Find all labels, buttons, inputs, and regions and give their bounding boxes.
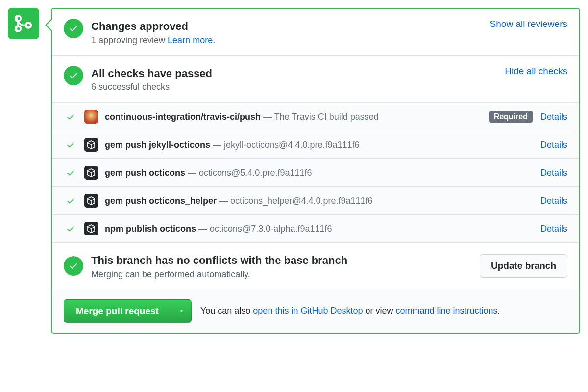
travis-icon [84,110,98,124]
check-description: — The Travis CI build passed [261,112,379,122]
check-text: gem push octicons_helper — octicons_help… [105,196,540,206]
check-text: continuous-integration/travis-ci/push — … [105,112,489,122]
check-name: gem push octicons_helper [105,196,217,206]
merge-icon-badge [8,8,39,39]
check-row: gem push jekyll-octicons — jekyll-octico… [52,131,579,159]
check-name: gem push jekyll-octicons [105,140,210,150]
check-description: — octicons@7.3.0-alpha.f9a111f6 [196,224,332,234]
merge-options-dropdown[interactable] [171,299,192,323]
check-success-icon [64,112,77,121]
conflicts-title: This branch has no conflicts with the ba… [91,254,480,267]
check-details-link[interactable]: Details [540,196,567,206]
open-in-desktop-link[interactable]: open this in GitHub Desktop [253,306,363,315]
caret-down-icon [178,308,184,314]
package-icon [84,222,98,235]
check-icon [69,71,78,80]
check-description: — octicons_helper@4.4.0.pre.f9a111f6 [217,196,372,206]
package-icon [84,166,98,180]
show-all-reviewers-link[interactable]: Show all reviewers [490,19,567,29]
conflicts-subtitle: Merging can be performed automatically. [91,269,480,280]
approval-subtitle: 1 approving review Learn more. [91,35,484,46]
git-merge-icon [15,15,32,32]
learn-more-link[interactable]: Learn more. [168,35,215,45]
check-text: npm publish octicons — octicons@7.3.0-al… [105,224,540,234]
approval-title: Changes approved [91,20,484,33]
check-name: gem push octicons [105,168,185,178]
command-line-instructions-link[interactable]: command line instructions [396,306,498,315]
check-row: npm publish octicons — octicons@7.3.0-al… [52,215,579,243]
update-branch-button[interactable]: Update branch [480,254,567,278]
checks-summary-section: All checks have passed 6 successful chec… [52,56,579,103]
check-text: gem push jekyll-octicons — jekyll-octico… [105,140,540,150]
check-success-icon [64,196,77,205]
check-row: gem push octicons_helper — octicons_help… [52,187,579,215]
check-row: continuous-integration/travis-ci/push — … [52,103,579,131]
merge-footer-text: You can also open this in GitHub Desktop… [200,306,500,316]
check-name: continuous-integration/travis-ci/push [105,112,261,122]
hide-all-checks-link[interactable]: Hide all checks [505,66,567,77]
package-icon [84,194,98,208]
check-text: gem push octicons — octicons@5.4.0.pre.f… [105,168,540,178]
check-description: — jekyll-octicons@4.4.0.pre.f9a111f6 [210,140,359,150]
status-success-icon [64,19,83,38]
required-badge: Required [489,111,533,123]
check-success-icon [64,140,77,149]
check-icon [69,24,78,33]
check-details-link[interactable]: Details [540,140,567,150]
merge-pull-request-button[interactable]: Merge pull request [64,299,171,323]
merge-status-panel: Changes approved 1 approving review Lear… [51,8,580,334]
checks-subtitle: 6 successful checks [91,82,499,92]
status-success-icon [64,66,83,85]
merge-button-group: Merge pull request [64,299,192,323]
check-success-icon [64,168,77,177]
check-details-link[interactable]: Details [540,168,567,178]
conflicts-section: This branch has no conflicts with the ba… [52,243,579,289]
checks-title: All checks have passed [91,67,499,80]
check-details-link[interactable]: Details [540,112,567,122]
approval-section: Changes approved 1 approving review Lear… [52,9,579,56]
checks-list: continuous-integration/travis-ci/push — … [52,103,579,243]
merge-footer: Merge pull request You can also open thi… [52,289,579,333]
check-description: — octicons@5.4.0.pre.f9a111f6 [185,168,312,178]
check-name: npm publish octicons [105,224,196,234]
status-success-icon [64,256,83,276]
check-details-link[interactable]: Details [540,224,567,234]
package-icon [84,138,98,152]
check-success-icon [64,224,77,233]
check-icon [69,261,78,271]
check-row: gem push octicons — octicons@5.4.0.pre.f… [52,159,579,187]
